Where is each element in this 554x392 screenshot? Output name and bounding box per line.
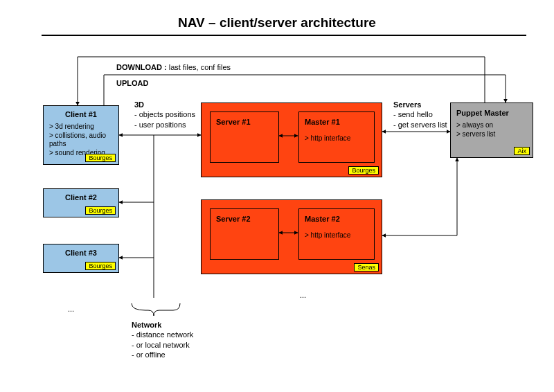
client-1-tag: Bourges xyxy=(85,154,116,162)
master-1-box: Master #1 > http interface xyxy=(298,112,375,163)
ellipsis-clusters: ... xyxy=(300,291,306,299)
network-desc-3: - or offline xyxy=(132,350,166,359)
server-2-box: Server #2 xyxy=(210,208,279,260)
network-desc-1: - distance network xyxy=(132,330,193,339)
servers-desc-1: - send hello xyxy=(393,110,433,118)
client-3-box: Client #3 Bourges xyxy=(43,244,119,273)
client-1-feat-0: > 3d rendering xyxy=(49,123,113,132)
puppet-feat-1: > servers list xyxy=(456,130,527,139)
three-d-desc-2: - user positions xyxy=(134,121,186,129)
network-label-bold: Network xyxy=(132,321,161,329)
servers-desc-2: - get servers list xyxy=(393,121,447,129)
client-1-title: Client #1 xyxy=(49,110,113,118)
title-divider xyxy=(42,35,526,36)
client-3-title: Client #3 xyxy=(49,249,113,257)
download-label: DOWNLOAD : last files, conf files xyxy=(116,62,231,72)
server-2-title: Server #2 xyxy=(216,215,273,223)
three-d-label: 3D - objects positions - user positions xyxy=(134,100,195,130)
master-2-desc: > http interface xyxy=(305,231,368,239)
puppet-master-title: Puppet Master xyxy=(456,109,527,117)
client-1-feat-1: > collistions, audio paths xyxy=(49,132,113,149)
network-desc-2: - or local network xyxy=(132,341,190,349)
client-1-box: Client #1 > 3d rendering > collistions, … xyxy=(43,105,119,165)
page-title: NAV – client/server architecture xyxy=(0,15,554,30)
upload-label: UPLOAD xyxy=(116,78,148,88)
master-2-title: Master #2 xyxy=(305,215,368,223)
puppet-master-box: Puppet Master > always on > servers list… xyxy=(450,103,533,158)
servers-label-bold: Servers xyxy=(393,100,421,109)
client-2-title: Client #2 xyxy=(49,193,113,202)
cluster-1-box: Server #1 Master #1 > http interface Bou… xyxy=(201,103,382,177)
master-1-title: Master #1 xyxy=(305,118,368,126)
download-label-desc: last files, conf files xyxy=(169,63,231,71)
puppet-master-tag: Aix xyxy=(514,147,530,155)
ellipsis-clients: ... xyxy=(68,305,74,313)
master-2-box: Master #2 > http interface xyxy=(298,208,375,260)
client-3-tag: Bourges xyxy=(85,262,116,270)
client-2-box: Client #2 Bourges xyxy=(43,188,119,217)
download-label-bold: DOWNLOAD : xyxy=(116,63,167,71)
network-label: Network - distance network - or local ne… xyxy=(132,320,193,359)
server-1-title: Server #1 xyxy=(216,118,273,126)
cluster-2-tag: Senas xyxy=(354,263,379,271)
three-d-desc-1: - objects positions xyxy=(134,110,195,118)
master-1-desc: > http interface xyxy=(305,134,368,142)
server-1-box: Server #1 xyxy=(210,112,279,163)
servers-label: Servers - send hello - get servers list xyxy=(393,100,447,130)
cluster-1-tag: Bourges xyxy=(348,166,379,175)
puppet-feat-0: > always on xyxy=(456,121,527,130)
three-d-label-bold: 3D xyxy=(134,100,144,109)
client-2-tag: Bourges xyxy=(85,206,116,215)
cluster-2-box: Server #2 Master #2 > http interface Sen… xyxy=(201,199,382,274)
